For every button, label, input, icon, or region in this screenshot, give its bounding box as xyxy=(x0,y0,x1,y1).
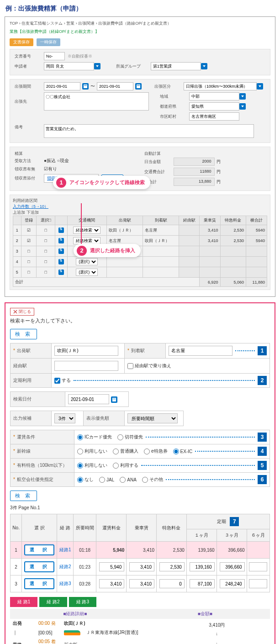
ltd-no-radio[interactable]: 利用しない xyxy=(77,462,107,469)
subtitle: 業務【出張旅費申請（経緯OP/まとめ親文書）】 xyxy=(8,27,272,37)
train-icon xyxy=(64,630,80,635)
route-search-icon[interactable] xyxy=(58,227,64,233)
sh-none-radio[interactable]: 利用しない xyxy=(77,448,107,454)
pick-button[interactable]: 選 択 xyxy=(24,544,54,555)
seg-title: 利用経路区間 xyxy=(13,198,267,204)
period-to[interactable] xyxy=(97,82,133,90)
via-label: 経由駅 xyxy=(11,359,52,374)
air-other-radio[interactable]: その他 xyxy=(142,476,163,483)
sh-exic-radio[interactable]: EX-IC xyxy=(173,449,193,454)
daily-amt: 2000 xyxy=(174,158,215,166)
tab-route3[interactable]: 経 路3 xyxy=(69,597,96,607)
close-button[interactable]: 閉じる xyxy=(10,308,34,316)
period-label: 出張期間 xyxy=(13,84,44,90)
daily-label: 日当金額 xyxy=(143,159,174,165)
pick-button[interactable]: 選 択 xyxy=(24,578,54,589)
trans-label: 交通費合計 xyxy=(143,169,174,175)
ord-label: 表示優先順 xyxy=(84,411,125,426)
calendar-icon[interactable] xyxy=(111,396,117,403)
attach-label: 領収書添付 xyxy=(13,175,44,181)
cand-select[interactable]: 3件 xyxy=(54,413,75,423)
route-search-icon[interactable] xyxy=(58,248,64,254)
date-input[interactable] xyxy=(68,394,109,404)
applicant-dropdown-icon[interactable] xyxy=(94,63,100,69)
sh-normal-radio[interactable]: 普通購入 xyxy=(113,448,138,454)
sum-exp: 5,060 xyxy=(220,278,246,287)
applicant-input[interactable] xyxy=(44,62,94,70)
temp-save-button[interactable]: 一時保存 xyxy=(37,38,60,46)
mode-select[interactable]: 経路検索 xyxy=(73,227,100,234)
receipt-val[interactable]: ☑有り xyxy=(44,166,57,172)
segments-card: 利用経路区間 入力件数（5→10） 上追加 下追加 登録選択□交通機関出発駅到着… xyxy=(10,195,270,290)
pass-label: 定期利用 xyxy=(11,374,52,388)
route-search-icon[interactable] xyxy=(58,269,64,275)
output-opts-table: 出力候補 3件 表示優先順 所要時間順 xyxy=(10,411,184,426)
dest-text[interactable] xyxy=(44,92,149,111)
pass-check[interactable]: する xyxy=(54,377,71,384)
tab-route2[interactable]: 経 路2 xyxy=(39,597,67,607)
seg-rowsnote[interactable]: 入力件数（5→10） xyxy=(13,204,267,210)
cat-input[interactable] xyxy=(184,82,257,90)
calendar-icon[interactable] xyxy=(135,83,142,90)
header-card: 文書番号 ※自動採番※ 申請者 所属グループ xyxy=(10,49,270,75)
table-row: 1☑□経路検索吹田（ＪＲ）名古屋3,4102,5305940 xyxy=(13,225,267,236)
search-button-bottom[interactable]: 検 索 xyxy=(10,491,37,501)
remarks-text[interactable] xyxy=(44,124,254,138)
group-dropdown-icon[interactable] xyxy=(201,63,207,69)
result-count: 3件 Page No.1 xyxy=(10,505,270,511)
search-params-1: *出発駅 *到着駅 1 経由駅 経由駅で乗り換え 定期利用 する2 xyxy=(10,343,270,388)
trans-amt: 11880 xyxy=(174,168,215,176)
docno-prefix[interactable] xyxy=(44,52,65,60)
dropdown-icon[interactable] xyxy=(239,103,246,110)
pref-input[interactable] xyxy=(189,102,239,111)
period-from[interactable] xyxy=(44,82,80,90)
city-input[interactable] xyxy=(189,112,239,121)
via-change-check[interactable]: 経由駅で乗り換え xyxy=(127,363,171,368)
group-input[interactable] xyxy=(151,62,201,70)
recv-label: 受取方法 xyxy=(13,158,44,164)
route-search-icon[interactable] xyxy=(58,259,64,264)
mode-select[interactable]: 経路検索 xyxy=(73,237,100,244)
cat-dropdown-icon[interactable] xyxy=(257,83,263,90)
cat-label: 出張区分 xyxy=(153,84,184,90)
mode-select[interactable]: (選択) xyxy=(76,269,98,276)
route-search-icon[interactable] xyxy=(58,238,64,243)
pick-button[interactable]: 選 択 xyxy=(24,561,54,572)
remarks-label: 備考 xyxy=(13,124,44,130)
seg-ctrl[interactable]: 上追加 下追加 xyxy=(13,210,267,216)
tab-route1[interactable]: 経 路1 xyxy=(10,597,37,607)
calc-head-left: 精算 xyxy=(13,150,138,158)
fare-ic-radio[interactable]: ICカード優先 xyxy=(77,434,112,440)
search-date-table: 検索日付 xyxy=(10,391,129,407)
arr-input[interactable] xyxy=(169,346,232,356)
applicant-label: 申請者 xyxy=(13,63,44,69)
sum-fare: 6,920 xyxy=(200,278,220,287)
calc-head-right: 自動計算 xyxy=(143,150,268,158)
detail-head-right: ■金額■ xyxy=(140,609,270,619)
ltd-yes-radio[interactable]: 利用する xyxy=(113,462,138,469)
search-button-top[interactable]: 検 索 xyxy=(10,329,37,339)
search-prompt: 検索キーを入力して下さい。 xyxy=(10,317,270,324)
air-ana-radio[interactable]: ANA xyxy=(120,477,137,483)
callout-1: 1 アイコンをクリックして路線検索 xyxy=(53,176,150,189)
tag-3: 3 xyxy=(258,433,267,442)
recv-options[interactable]: ●振込 ○現金 xyxy=(44,158,69,164)
fare-ticket-radio[interactable]: 切符優先 xyxy=(117,434,143,440)
tilde: 〜 xyxy=(90,83,95,90)
dropdown-icon[interactable] xyxy=(239,93,246,100)
sum-tot: 11,880 xyxy=(246,278,267,287)
badge-1: 1 xyxy=(56,178,66,188)
air-none-radio[interactable]: なし xyxy=(77,476,94,483)
via-input[interactable] xyxy=(54,361,118,371)
air-jal-radio[interactable]: JAL xyxy=(99,477,114,483)
save-button[interactable]: 文書保存 xyxy=(10,38,33,46)
calendar-icon[interactable] xyxy=(82,83,89,90)
mode-select[interactable]: (選択) xyxy=(76,258,98,265)
page-title: 例：出張旅費精算（申請） xyxy=(0,0,280,16)
region-input[interactable] xyxy=(189,92,239,100)
ord-select[interactable]: 所要時間順 xyxy=(127,413,178,423)
result-row: 3選 択経路303:28 xyxy=(11,575,270,592)
breadcrumb[interactable]: TOP › 住友電工情報システム › 営業 › 出張関連 › 出張旅費申請（路線… xyxy=(8,20,272,27)
sh-etoken-radio[interactable]: e特急券 xyxy=(144,448,168,454)
dep-input[interactable] xyxy=(54,346,118,356)
